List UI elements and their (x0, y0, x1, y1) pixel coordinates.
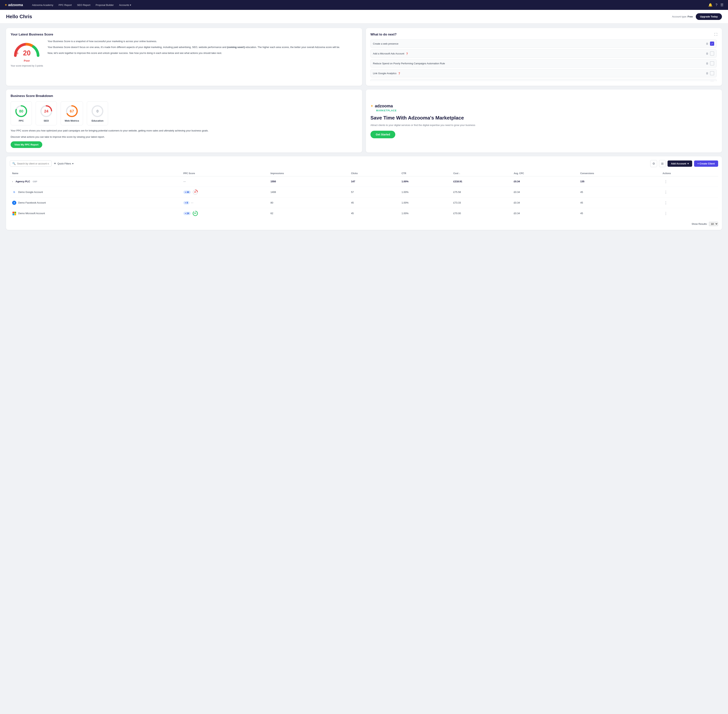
svg-rect-15 (12, 212, 14, 213)
todo-list: Create a web presence 🗑 ✓ Add a Microsof… (370, 39, 718, 81)
row-name-cell: f Demo Facebook Account (10, 198, 181, 208)
check-empty[interactable] (710, 71, 714, 75)
trash-icon[interactable]: 🗑 (706, 62, 709, 65)
score-desc-1: Your Business Score is a snapshot of how… (48, 39, 358, 44)
page-title: Hello Chris (6, 14, 32, 20)
check-done-icon[interactable]: ✓ (710, 42, 714, 46)
row-conversions: 135 (578, 176, 660, 187)
marketplace-logo-text: adzooma (375, 104, 393, 108)
score-item-web-metrics: 67 Web Metrics (61, 101, 83, 125)
col-ppc-score: PPC Score (181, 171, 268, 176)
get-started-button[interactable]: Get Started (370, 131, 395, 138)
breakdown-desc-1: Your PPC score shows you how optimized y… (10, 129, 358, 133)
mini-score-num: 89 (194, 212, 196, 214)
business-score-card: Your Latest Business Score 20 (6, 28, 362, 86)
trash-icon[interactable]: 🗑 (706, 42, 709, 45)
todo-item-actions: 🗑 ✓ (706, 42, 714, 46)
row-actions: ⋮ (660, 187, 718, 198)
menu-icon[interactable]: ☰ (721, 3, 724, 7)
upgrade-button[interactable]: Upgrade Today (696, 13, 722, 20)
bell-icon[interactable]: 🔔 (708, 3, 713, 7)
marketplace-heading: Save Time With Adzooma's Marketplace (370, 115, 464, 121)
help-icon[interactable]: ❓ (406, 52, 408, 55)
table-body: › Agency PLC GBP — 1550 147 1.00% £218.9… (10, 176, 718, 219)
row-ppc-score: — (181, 176, 268, 187)
table-row: Demo Microsoft Account ● 24 (10, 208, 718, 219)
row-actions-button[interactable]: ⋮ (663, 189, 669, 195)
chevron-down-icon: ▾ (688, 162, 689, 165)
todo-item-text: Link Google Analytics ❓ (373, 72, 706, 75)
mini-circle: 25 (192, 189, 198, 195)
todo-item-actions: 🗑 (706, 51, 714, 56)
nav-academy[interactable]: Adzooma Academy (32, 4, 53, 6)
row-actions-button[interactable]: ⋮ (663, 210, 669, 216)
todo-title: What to do next? (370, 33, 397, 36)
row-conversions: 45 (578, 187, 660, 198)
seo-label: SEO (43, 119, 49, 122)
marketplace-subtitle: MARKETPLACE (376, 109, 397, 112)
trash-icon[interactable]: 🗑 (706, 72, 709, 75)
help-icon[interactable]: ❓ (398, 72, 401, 75)
help-icon[interactable]: ? (716, 3, 718, 7)
show-results-select[interactable]: 10 25 50 (709, 222, 718, 226)
score-badge: ● 8 (183, 201, 189, 204)
score-gauge-area: 20 Poor Your score improved by 3 points (10, 39, 43, 67)
quick-filters-button[interactable]: 👁 Quick Filters ▾ (54, 162, 73, 165)
score-circle-seo: 24 (40, 105, 53, 118)
bottom-grid: Business Score Breakdown 80 PPC (6, 90, 722, 153)
todo-item-actions: 🗑 (706, 61, 714, 66)
col-clicks: Clicks (349, 171, 399, 176)
score-card-inner: 20 Poor Your score improved by 3 points … (10, 39, 358, 67)
check-empty[interactable] (710, 61, 714, 66)
breakdown-scores: 80 PPC 24 SEO (10, 101, 358, 125)
chevron-right-icon[interactable]: › (12, 180, 13, 183)
row-cost: £75.58 (451, 187, 511, 198)
nav-accounts[interactable]: Accounts ▾ (119, 4, 131, 6)
create-client-button[interactable]: + Create Client (694, 160, 718, 167)
table-row: f Demo Facebook Account ● 8 — (10, 198, 718, 208)
logo[interactable]: ✦ adzooma (4, 3, 23, 7)
top-grid: Your Latest Business Score 20 (6, 28, 722, 86)
expand-icon[interactable]: ⛶ (715, 33, 718, 36)
row-impressions: 80 (268, 198, 349, 208)
col-conversions: Conversions (578, 171, 660, 176)
score-card-title: Your Latest Business Score (10, 33, 358, 36)
col-cost[interactable]: Cost ↓ (451, 171, 511, 176)
filter-icon-button[interactable]: ⚙ (650, 160, 657, 167)
trash-icon[interactable]: 🗑 (706, 52, 709, 55)
row-actions-button[interactable]: ⋮ (663, 179, 669, 184)
todo-item-actions: 🗑 (706, 81, 714, 81)
score-item-seo: 24 SEO (36, 101, 57, 125)
todo-item-add-ms: Add a Microsoft Ads Account ❓ 🗑 (370, 50, 717, 58)
marketplace-card: ✦ adzooma MARKETPLACE Save Time With Adz… (366, 90, 722, 153)
table-row: › Agency PLC GBP — 1550 147 1.00% £218.9… (10, 176, 718, 187)
check-empty[interactable] (710, 51, 714, 56)
svg-rect-18 (14, 214, 16, 215)
add-account-button[interactable]: Add Account ▾ (668, 160, 692, 167)
row-clicks: 57 (349, 187, 399, 198)
row-avg-cpc: £0.34 (511, 198, 578, 208)
col-name: Name (10, 171, 181, 176)
nav-seo-report[interactable]: SEO Report (77, 4, 90, 6)
mini-circle: 89 (192, 210, 198, 216)
seo-score-num: 24 (44, 109, 48, 113)
score-item-education: 0 Education (87, 101, 108, 125)
gauge-score: 20 (23, 50, 30, 57)
nav-ppc-report[interactable]: PPC Report (58, 4, 72, 6)
nav-proposal-builder[interactable]: Proposal Builder (96, 4, 114, 6)
col-impressions: Impressions (268, 171, 349, 176)
row-actions-button[interactable]: ⋮ (663, 200, 669, 206)
grid-view-button[interactable]: ⊞ (659, 160, 666, 167)
row-ctr: 1.00% (399, 176, 451, 187)
mini-score-num: 25 (194, 191, 196, 193)
web-label: Web Metrics (64, 119, 79, 122)
check-empty[interactable] (710, 81, 714, 81)
chevron-down-icon: ▾ (72, 162, 73, 165)
svg-rect-16 (14, 212, 16, 213)
search-input[interactable] (17, 162, 49, 165)
svg-rect-17 (12, 214, 14, 215)
score-desc-2: Your Business Score doesn't focus on one… (48, 45, 358, 50)
view-ppc-button[interactable]: View My PPC Report (10, 141, 42, 148)
score-badge: ● 24 (183, 212, 190, 215)
breakdown-title: Business Score Breakdown (10, 94, 358, 98)
